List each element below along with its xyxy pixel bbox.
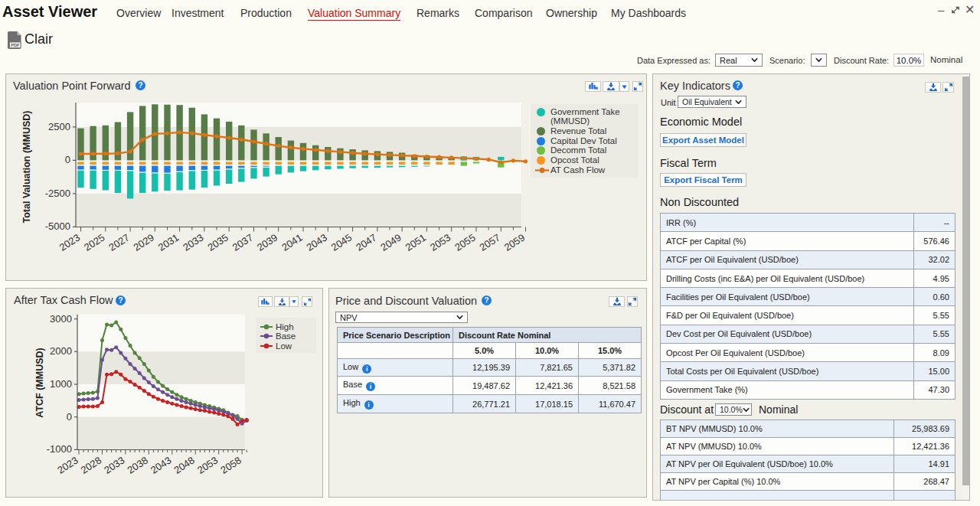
svg-text:2049: 2049 — [378, 231, 403, 253]
svg-text:2033: 2033 — [181, 231, 205, 253]
svg-text:2053: 2053 — [428, 231, 452, 253]
svg-text:2033: 2033 — [102, 454, 126, 475]
svg-text:-5000: -5000 — [45, 220, 70, 232]
svg-text:PDF: PDF — [11, 43, 20, 47]
svg-text:0: 0 — [65, 154, 70, 165]
svg-text:2047: 2047 — [354, 231, 378, 253]
svg-text:-1000: -1000 — [47, 443, 72, 455]
svg-text:2500: 2500 — [48, 121, 70, 132]
svg-text:Total Valuation (MMUSD): Total Valuation (MMUSD) — [21, 111, 32, 224]
svg-text:2051: 2051 — [403, 231, 428, 253]
svg-text:2041: 2041 — [279, 231, 304, 253]
svg-text:2025: 2025 — [82, 231, 106, 253]
svg-text:2035: 2035 — [205, 231, 230, 253]
svg-text:2023: 2023 — [55, 454, 80, 475]
svg-text:2058: 2058 — [218, 454, 243, 475]
svg-text:2053: 2053 — [195, 454, 220, 475]
svg-text:2028: 2028 — [79, 454, 103, 475]
svg-text:2055: 2055 — [452, 231, 477, 253]
svg-text:2045: 2045 — [329, 231, 354, 253]
svg-text:2029: 2029 — [132, 231, 156, 253]
svg-text:2037: 2037 — [230, 231, 255, 253]
svg-text:2039: 2039 — [255, 231, 279, 253]
svg-text:2048: 2048 — [172, 454, 196, 475]
svg-text:-2500: -2500 — [45, 188, 70, 199]
svg-text:0: 0 — [67, 411, 72, 423]
svg-text:1000: 1000 — [50, 378, 72, 390]
svg-text:2023: 2023 — [57, 231, 82, 253]
svg-text:2043: 2043 — [305, 231, 329, 253]
svg-text:2027: 2027 — [106, 231, 131, 253]
svg-text:3000: 3000 — [50, 313, 72, 325]
svg-text:2000: 2000 — [50, 345, 72, 357]
svg-text:2059: 2059 — [502, 231, 527, 253]
svg-text:2057: 2057 — [478, 231, 502, 253]
svg-text:2038: 2038 — [126, 454, 150, 475]
svg-text:ATCF (MMUSD): ATCF (MMUSD) — [34, 348, 45, 417]
svg-text:2031: 2031 — [156, 231, 181, 253]
svg-text:2043: 2043 — [149, 454, 173, 475]
